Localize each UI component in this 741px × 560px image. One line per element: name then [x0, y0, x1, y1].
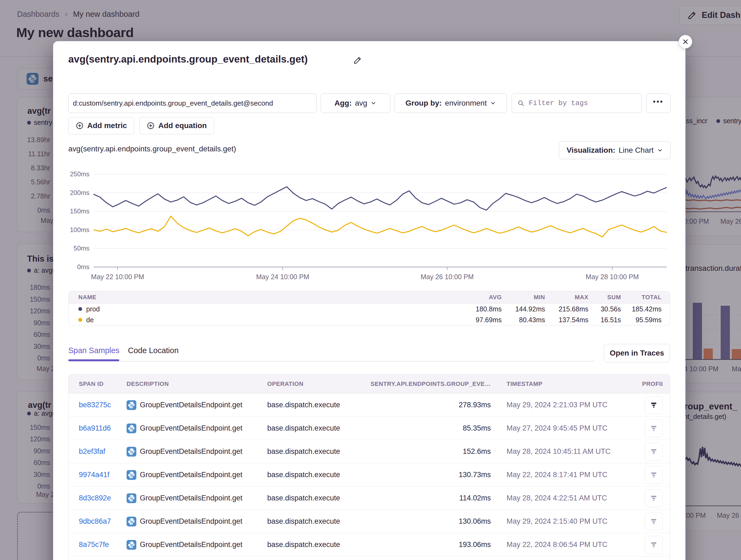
profile-icon [650, 401, 658, 409]
profile-button[interactable] [645, 466, 663, 484]
series-total: 185.42ms [621, 305, 662, 313]
tab-span-samples[interactable]: Span Samples [68, 346, 120, 355]
y-axis-tick-label: 100ms [70, 226, 89, 234]
table-row: b2ef3faf GroupEventDetailsEndpoint.get b… [69, 440, 670, 463]
span-timestamp: May 27, 2024 9:45:45 PM UTC [491, 424, 642, 432]
y-axis-tick-label: 200ms [70, 189, 89, 196]
add-equation-button[interactable]: Add equation [139, 117, 214, 134]
span-operation: base.dispatch.execute [267, 517, 361, 526]
span-duration: 278.93ms [361, 401, 491, 409]
chart-y-axis: 0ms50ms100ms150ms200ms250ms [61, 169, 89, 271]
span-description: GroupEventDetailsEndpoint.get [140, 517, 242, 526]
x-axis-tick-label: May 28 10:00 PM [586, 273, 639, 281]
profile-icon [650, 541, 658, 549]
x-axis-tick-label: May 26 10:00 PM [421, 273, 474, 281]
table-row: 9974a41f GroupEventDetailsEndpoint.get b… [69, 463, 670, 487]
series-min: 144.92ms [502, 305, 545, 313]
summary-row[interactable]: prod 180.8ms 144.92ms 215.68ms 30.56s 18… [69, 304, 670, 314]
summary-row[interactable]: de 97.69ms 80.43ms 137.54ms 16.51s 95.59… [69, 314, 670, 325]
span-id-link[interactable]: 8d3c892e [79, 494, 127, 502]
chart-x-axis: May 22 10:00 PMMay 24 10:00 PMMay 26 10:… [93, 273, 667, 282]
series-avg: 180.8ms [461, 305, 502, 313]
python-icon [127, 447, 136, 457]
python-icon [127, 517, 136, 527]
series-avg: 97.69ms [461, 316, 502, 324]
add-metric-button[interactable]: Add metric [68, 117, 134, 134]
y-axis-tick-label: 250ms [70, 170, 89, 178]
visualization-select[interactable]: Visualization: Line Chart [559, 141, 671, 159]
span-id-link[interactable]: 9dbc86a7 [79, 517, 127, 526]
active-tab-indicator [68, 359, 119, 361]
span-id-link[interactable]: 8a75c7fe [79, 541, 127, 549]
x-axis-tick-label: May 22 10:00 PM [91, 273, 144, 281]
python-icon [127, 470, 136, 480]
span-id-link[interactable]: b6a911d6 [79, 424, 127, 432]
edit-title-button[interactable] [353, 56, 362, 65]
span-duration: 85.35ms [361, 424, 491, 432]
series-summary-table: NAME AVG MIN MAX SUM TOTAL prod 180.8ms … [68, 291, 670, 325]
span-operation: base.dispatch.execute [267, 494, 361, 502]
span-id-link[interactable]: be83275c [79, 401, 127, 409]
span-timestamp: May 28, 2024 10:45:11 AM UTC [491, 447, 642, 456]
series-total: 95.59ms [621, 316, 662, 324]
series-name: de [86, 316, 94, 324]
x-axis-tick-label: May 24 10:00 PM [256, 273, 309, 281]
span-duration: 152.6ms [361, 447, 491, 456]
group-by-label: Group by: [405, 99, 442, 107]
add-equation-label: Add equation [158, 121, 207, 130]
profile-icon [650, 494, 658, 502]
span-timestamp: May 29, 2024 2:15:40 PM UTC [491, 517, 642, 526]
python-icon [127, 540, 136, 550]
profile-button[interactable] [645, 419, 663, 437]
close-button[interactable] [679, 35, 692, 49]
profile-button[interactable] [645, 512, 663, 531]
series-name: prod [86, 305, 100, 313]
span-operation: base.dispatch.execute [267, 401, 361, 409]
span-timestamp: May 28, 2024 4:22:51 AM UTC [491, 494, 642, 502]
profile-button[interactable] [645, 396, 663, 414]
span-operation: base.dispatch.execute [267, 447, 361, 456]
profile-button[interactable] [645, 443, 663, 461]
open-in-traces-button[interactable]: Open in Traces [604, 344, 670, 362]
span-duration: 130.73ms [361, 471, 491, 479]
visualization-value: Line Chart [618, 146, 654, 155]
metric-line-chart[interactable] [93, 169, 667, 271]
profile-icon [650, 471, 658, 479]
table-row: 9dbc86a7 GroupEventDetailsEndpoint.get b… [69, 510, 670, 533]
aggregate-label: Agg: [334, 99, 352, 107]
more-options-button[interactable]: ••• [646, 93, 671, 113]
series-color-dot [78, 307, 82, 311]
span-operation: base.dispatch.execute [267, 541, 361, 549]
group-by-select[interactable]: Group by: environment [395, 93, 507, 113]
chevron-down-icon [657, 147, 663, 153]
span-description: GroupEventDetailsEndpoint.get [140, 424, 242, 432]
plus-circle-icon [147, 122, 155, 130]
profile-button[interactable] [645, 489, 663, 507]
search-icon [518, 100, 525, 107]
chart-series-label: avg(sentry.api.endpoints.group_event_det… [68, 145, 236, 153]
span-description: GroupEventDetailsEndpoint.get [140, 447, 242, 456]
table-row: b6a911d6 GroupEventDetailsEndpoint.get b… [69, 417, 670, 440]
series-sum: 30.56s [588, 305, 621, 313]
close-icon [682, 38, 689, 45]
tab-code-location[interactable]: Code Location [128, 346, 179, 355]
profile-button[interactable] [645, 536, 663, 554]
add-metric-label: Add metric [87, 121, 127, 130]
python-icon [127, 423, 136, 433]
span-id-link[interactable]: b2ef3faf [79, 447, 127, 456]
span-timestamp: May 29, 2024 2:21:03 PM UTC [491, 401, 642, 409]
series-sum: 16.51s [588, 316, 621, 324]
span-description: GroupEventDetailsEndpoint.get [140, 471, 242, 479]
modal-title: avg(sentry.api.endpoints.group_event_det… [68, 54, 308, 65]
tag-filter-input[interactable] [528, 99, 636, 107]
span-duration: 193.06ms [361, 541, 491, 549]
profile-icon [650, 448, 658, 456]
span-description: GroupEventDetailsEndpoint.get [140, 541, 242, 549]
chevron-down-icon [370, 100, 377, 106]
profile-icon [650, 518, 658, 525]
span-id-link[interactable]: 9974a41f [79, 471, 127, 479]
tag-filter-field[interactable] [512, 93, 642, 113]
aggregate-select[interactable]: Agg: avg [321, 93, 390, 113]
series-max: 215.68ms [545, 305, 588, 313]
metric-query-input[interactable] [68, 93, 317, 113]
